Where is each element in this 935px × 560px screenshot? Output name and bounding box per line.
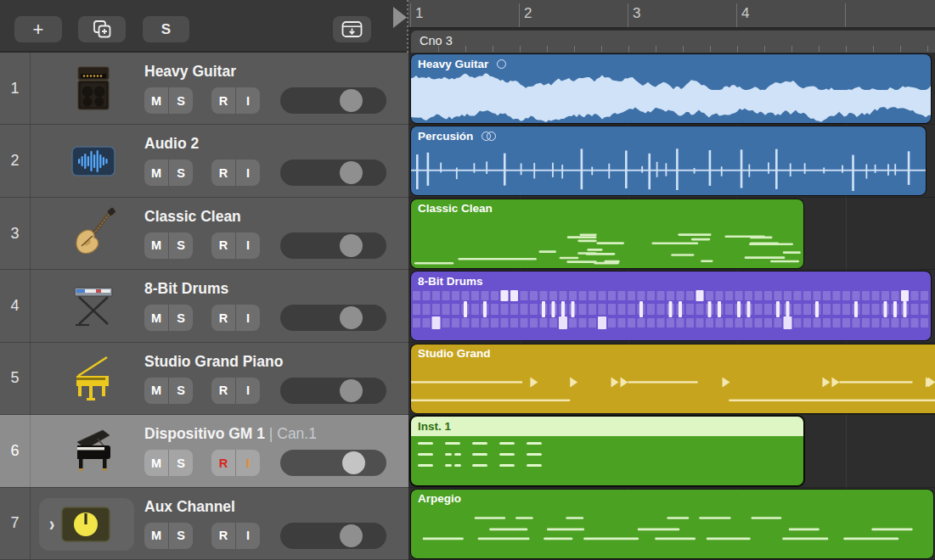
track-name: Heavy Guitar	[144, 63, 236, 81]
region-header: Percusión	[411, 126, 926, 145]
track-lane: 8-Bit Drums	[408, 270, 935, 342]
region-label: 8-Bit Drums	[418, 275, 483, 288]
input-monitor-button[interactable]: I	[235, 232, 260, 259]
track-region[interactable]: Classic Clean	[411, 199, 803, 268]
disclosure-chevron-icon[interactable]: ›	[49, 512, 54, 536]
input-monitor-button[interactable]: I	[235, 378, 260, 404]
mute-button[interactable]: M	[144, 232, 168, 259]
solo-button[interactable]: S	[168, 232, 193, 259]
track-icon	[66, 53, 121, 124]
header-arrow-down-icon	[341, 20, 363, 40]
mute-button[interactable]: M	[144, 87, 168, 114]
track-region[interactable]: Heavy Guitar	[411, 54, 931, 123]
track-region[interactable]: Percusión	[411, 126, 926, 195]
volume-slider[interactable]	[280, 160, 386, 186]
track-header-row[interactable]: 6 Dispositivo GM 1 | Can.1 M S R I	[0, 415, 408, 487]
volume-slider-knob[interactable]	[340, 306, 363, 329]
track-header-row[interactable]: 4 8-Bit Drums M S R I	[0, 270, 408, 342]
record-enable-button[interactable]: R	[211, 87, 235, 114]
beat-tick	[710, 46, 711, 52]
track-header-row[interactable]: 7 › Aux Channel M S R I	[0, 488, 408, 560]
bar-number: 2	[524, 5, 532, 22]
duplicate-track-button[interactable]	[78, 16, 126, 42]
track-name: Classic Clean	[144, 208, 241, 226]
solo-button[interactable]: S	[168, 305, 193, 331]
volume-slider-knob[interactable]	[340, 89, 363, 112]
input-monitor-button[interactable]: I	[235, 523, 260, 549]
volume-slider-knob[interactable]	[340, 524, 363, 547]
volume-slider[interactable]	[280, 450, 386, 476]
mute-button[interactable]: M	[144, 450, 168, 476]
bar-ruler[interactable]: 1234	[408, 0, 935, 29]
arrangement-marker-track[interactable]: Cno 3	[408, 31, 935, 53]
bar-gridline	[628, 3, 628, 27]
bar-gridline	[410, 3, 411, 27]
track-icon	[66, 125, 121, 196]
region-header: Heavy Guitar	[411, 54, 931, 73]
beat-tick	[819, 46, 820, 52]
volume-slider-knob[interactable]	[342, 451, 365, 474]
track-number: 2	[0, 125, 31, 196]
mute-solo-group: M S	[144, 450, 193, 476]
input-monitor-button[interactable]: I	[235, 305, 260, 331]
track-lane: Studio Grand	[408, 343, 935, 415]
arrangement-marker[interactable]: Cno 3	[411, 31, 935, 53]
volume-slider-knob[interactable]	[340, 234, 363, 257]
track-disclosure-container[interactable]: ›	[39, 498, 134, 551]
region-label: Inst. 1	[418, 420, 451, 433]
input-monitor-button[interactable]: I	[235, 160, 260, 186]
record-input-group: R I	[211, 378, 260, 404]
mute-button[interactable]: M	[144, 523, 168, 549]
track-region[interactable]: Arpegio	[411, 490, 933, 558]
volume-slider[interactable]	[280, 378, 386, 404]
mute-button[interactable]: M	[144, 378, 168, 404]
track-region[interactable]: Studio Grand	[411, 344, 935, 413]
mute-solo-group: M S	[144, 232, 193, 259]
solo-button[interactable]: S	[168, 87, 193, 114]
volume-slider[interactable]	[280, 87, 386, 114]
track-header-config-button[interactable]	[333, 16, 371, 42]
record-enable-button[interactable]: R	[211, 160, 235, 186]
mute-button[interactable]: M	[144, 160, 168, 186]
track-region[interactable]: 8-Bit Drums	[411, 272, 931, 340]
track-number: 7	[0, 488, 31, 559]
bar-gridline	[736, 3, 737, 27]
solo-button[interactable]: S	[168, 378, 193, 404]
daw-tracks-window: + S 1234 Cno 3 1 H	[0, 0, 935, 560]
add-track-button[interactable]: +	[14, 16, 62, 42]
solo-button[interactable]: S	[168, 450, 193, 476]
track-header-row[interactable]: 3 Classic Clean M S R I	[0, 198, 408, 270]
track-header-row[interactable]: 2 Audio 2 M S R I	[0, 125, 408, 197]
track-name: Studio Grand Piano	[144, 353, 283, 371]
track-lane: Percusión	[408, 125, 935, 197]
record-enable-button[interactable]: R	[211, 305, 235, 331]
beat-tick	[547, 46, 548, 52]
master-solo-button[interactable]: S	[143, 16, 189, 42]
mute-solo-group: M S	[144, 378, 193, 404]
region-content	[411, 71, 931, 123]
electric-guitar-icon	[70, 207, 117, 260]
track-icon	[66, 270, 121, 341]
record-input-group: R I	[211, 87, 260, 114]
volume-slider[interactable]	[280, 523, 386, 549]
track-number: 1	[0, 53, 31, 124]
record-enable-button[interactable]: R	[211, 450, 235, 476]
input-monitor-button[interactable]: I	[235, 87, 260, 114]
track-region[interactable]: Inst. 1	[411, 417, 803, 485]
record-input-group: R I	[211, 160, 260, 186]
volume-slider-knob[interactable]	[340, 161, 363, 184]
track-header-row[interactable]: 5 Studio Grand Piano M S R I	[0, 343, 408, 415]
record-enable-button[interactable]: R	[211, 232, 235, 259]
record-enable-button[interactable]: R	[211, 378, 235, 404]
input-monitor-button[interactable]: I	[235, 450, 260, 476]
volume-slider[interactable]	[280, 232, 386, 259]
record-enable-button[interactable]: R	[211, 523, 235, 549]
track-header-row[interactable]: 1 Heavy Guitar M S R I	[0, 53, 408, 125]
solo-button[interactable]: S	[168, 160, 193, 186]
region-header: Studio Grand	[411, 344, 935, 363]
mute-button[interactable]: M	[144, 305, 168, 331]
beat-tick	[438, 46, 439, 52]
solo-button[interactable]: S	[168, 523, 193, 549]
volume-slider-knob[interactable]	[340, 379, 363, 402]
volume-slider[interactable]	[280, 305, 386, 331]
